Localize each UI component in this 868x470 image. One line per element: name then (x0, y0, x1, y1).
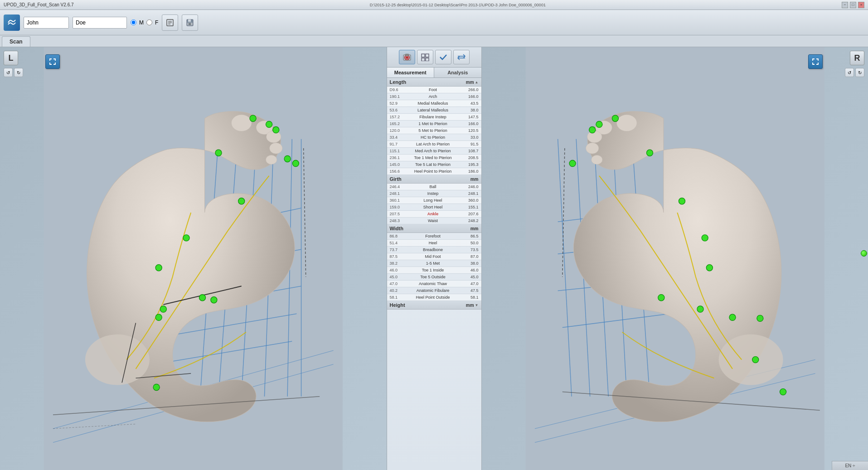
title-bar: UPOD_3D_Full_Foot_Scan V2.6.7 D:\2015-12… (0, 0, 868, 10)
table-row[interactable]: 145.0 Toe 5 Lat to Pterion 195.3 (387, 161, 481, 168)
transfer-tool-button[interactable] (453, 50, 470, 64)
svg-point-46 (153, 384, 160, 390)
minimize-button[interactable]: − (842, 2, 848, 8)
right-rotate-right-button[interactable]: ↻ (855, 68, 864, 77)
svg-point-81 (679, 198, 685, 204)
status-bar: EN ÷ (832, 461, 868, 470)
length-unit: mm (466, 80, 474, 85)
table-row[interactable]: 246.4 Ball 246.0 (387, 184, 481, 190)
table-row[interactable]: 248.3 Waist 248.2 (387, 218, 481, 224)
left-fullscreen-button[interactable] (45, 54, 60, 69)
table-row[interactable]: 115.1 Med Arch to Pterion 108.7 (387, 148, 481, 155)
measurements-content[interactable]: Length mm ▲ D9.6 Foot 266.0 190.1 Arch 1… (387, 78, 481, 470)
svg-point-90 (752, 357, 758, 363)
left-viewport[interactable]: L ↺ ↻ (0, 47, 387, 470)
svg-point-84 (706, 265, 713, 271)
girth-unit: mm (470, 177, 479, 182)
table-row[interactable]: 159.0 Short Heel 155.1 (387, 204, 481, 211)
svg-point-79 (612, 115, 618, 121)
svg-point-83 (702, 235, 708, 241)
svg-point-76 (569, 160, 576, 166)
table-row[interactable]: D9.6 Foot 266.0 (387, 87, 481, 93)
scan-tab[interactable]: Scan (2, 36, 30, 47)
svg-point-40 (183, 235, 189, 241)
svg-point-69 (718, 334, 783, 385)
table-row[interactable]: 360.1 Long Heel 360.0 (387, 197, 481, 204)
table-row[interactable]: 120.0 5 Met to Pterion 120.5 (387, 127, 481, 134)
svg-rect-53 (422, 58, 425, 61)
girth-section-header: Girth mm (387, 175, 481, 184)
height-section-header: Height mm ▼ (387, 301, 481, 310)
first-name-input[interactable] (24, 17, 69, 29)
svg-point-72 (587, 131, 601, 143)
notes-button[interactable] (162, 15, 178, 31)
table-row[interactable]: 248.1 Instep 248.1 (387, 190, 481, 197)
last-name-input[interactable] (73, 17, 127, 29)
svg-point-35 (266, 121, 272, 127)
svg-point-89 (756, 315, 763, 321)
measurement-tabs: Measurement Analysis (387, 68, 481, 78)
svg-point-33 (292, 160, 299, 166)
height-unit: mm (466, 303, 474, 308)
tab-bar: Scan (0, 35, 868, 47)
svg-point-39 (238, 198, 245, 204)
file-path: D:\2015-12-25 desktop\2015-01-12 Desktop… (74, 3, 842, 7)
table-row[interactable]: 45.0 Toe 5 Outside 45.0 (387, 274, 481, 281)
table-row[interactable]: 87.5 Mid Foot 87.0 (387, 253, 481, 260)
height-scroll-arrow: ▼ (475, 303, 479, 307)
svg-point-25 (266, 131, 281, 143)
gender-female-label: F (155, 19, 158, 26)
gender-female-radio[interactable] (146, 19, 152, 25)
svg-point-38 (284, 155, 291, 162)
center-toolbar (387, 47, 481, 68)
table-row[interactable]: 91.7 Lat Arch to Pterion 91.5 (387, 141, 481, 148)
svg-point-41 (155, 265, 162, 271)
table-row[interactable]: 58.1 Heel Point Outside 58.1 (387, 294, 481, 301)
table-row[interactable]: 40.2 Anatomic Fibulare 47.5 (387, 287, 481, 294)
table-row[interactable]: 86.8 Forefoot 86.5 (387, 233, 481, 240)
right-rotate-left-button[interactable]: ↺ (845, 68, 854, 77)
left-rotate-right-button[interactable]: ↻ (14, 68, 23, 77)
close-button[interactable]: × (858, 2, 864, 8)
svg-point-27 (266, 155, 276, 164)
gender-selector: M F (131, 19, 158, 26)
left-rotate-left-button[interactable]: ↺ (4, 68, 13, 77)
table-row[interactable]: 47.0 Anatomic Thaw 47.0 (387, 281, 481, 287)
table-row[interactable]: 52.9 Medial Malleolus 43.5 (387, 100, 481, 107)
svg-rect-51 (422, 54, 425, 57)
measurement-tab[interactable]: Measurement (387, 68, 435, 78)
table-row[interactable]: 51.4 Heel 50.0 (387, 240, 481, 247)
table-row[interactable]: 53.6 Lateral Malleolus 38.0 (387, 107, 481, 114)
length-scroll-arrow: ▲ (475, 80, 479, 84)
table-row[interactable]: 190.1 Arch 166.0 (387, 93, 481, 100)
table-row[interactable]: 38.2 1-5 Met 38.0 (387, 260, 481, 267)
table-row[interactable]: 207.5 Ankle 207.6 (387, 211, 481, 218)
app-title: UPOD_3D_Full_Foot_Scan V2.6.7 (4, 2, 74, 7)
svg-point-42 (199, 295, 205, 301)
table-row[interactable]: 46.0 Toe 1 Inside 46.0 (387, 267, 481, 274)
check-tool-button[interactable] (435, 50, 451, 64)
width-label: Width (390, 226, 403, 231)
maximize-button[interactable]: □ (850, 2, 856, 8)
main-content: L ↺ ↻ (0, 47, 868, 470)
table-row[interactable]: 33.4 HC to Pterion 33.0 (387, 134, 481, 141)
table-row[interactable]: 165.2 1 Met to Pterion 166.0 (387, 121, 481, 127)
camera-tool-button[interactable] (399, 50, 415, 64)
svg-point-37 (215, 150, 222, 156)
right-viewport-label: R (850, 51, 864, 65)
table-row[interactable]: 236.1 Toe 1 Med to Pterion 208.5 (387, 155, 481, 161)
svg-point-48 (406, 56, 408, 59)
table-row[interactable]: 73.7 Breadbone 73.5 (387, 247, 481, 253)
analysis-tab[interactable]: Analysis (434, 68, 481, 78)
toolbar: M F (0, 10, 868, 35)
svg-point-26 (270, 143, 282, 154)
save-button[interactable] (182, 15, 198, 31)
table-row[interactable]: 157.2 Fibulare Instep 147.5 (387, 114, 481, 121)
grid-tool-button[interactable] (417, 50, 433, 64)
right-fullscreen-button[interactable] (808, 54, 823, 69)
table-row[interactable]: 156.6 Heel Point to Pterion 186.0 (387, 168, 481, 175)
width-unit: mm (470, 226, 479, 231)
right-viewport[interactable]: R ↺ ↻ (482, 47, 868, 470)
svg-point-44 (160, 306, 166, 312)
gender-male-radio[interactable] (131, 19, 136, 25)
